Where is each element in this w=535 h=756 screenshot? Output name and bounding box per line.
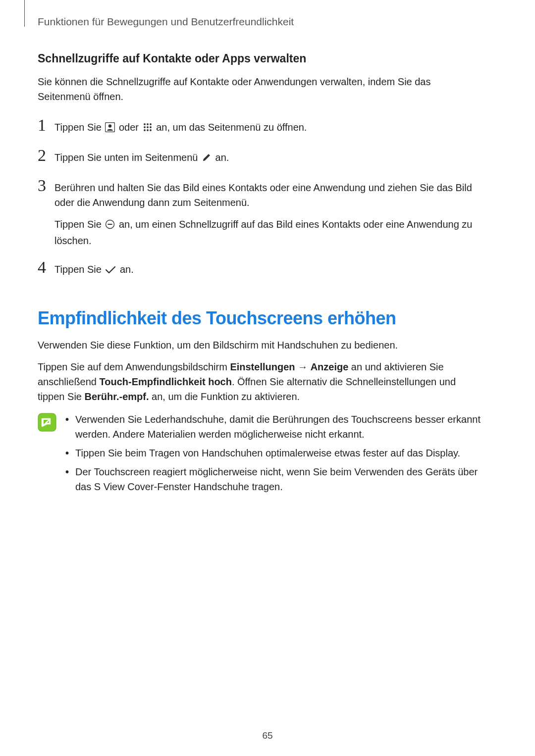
section-title: Empfindlichkeit des Touchscreens erhöhen [38, 308, 483, 329]
step-text: Tippen Sie unten im Seitenmenü [54, 152, 201, 163]
body-paragraph: Verwenden Sie diese Funktion, um den Bil… [38, 338, 483, 353]
step-text: Tippen Sie [54, 122, 104, 133]
bullet: • [65, 446, 75, 460]
body-text: Tippen Sie auf dem Anwendungsbildschirm [38, 361, 230, 372]
note-item: • Der Touchscreen reagiert möglicherweis… [65, 464, 483, 494]
note-text: Der Touchscreen reagiert möglicherweise … [75, 464, 483, 494]
note-item: • Verwenden Sie Lederhandschuhe, damit d… [65, 412, 483, 442]
svg-rect-12 [108, 224, 112, 225]
svg-point-10 [150, 129, 152, 131]
step-text: an, um das Seitenmenü zu öffnen. [154, 122, 307, 133]
check-icon [105, 263, 116, 278]
grid-icon [143, 121, 153, 136]
svg-point-6 [147, 126, 149, 128]
note-icon-column [38, 412, 65, 434]
step-text: Tippen Sie [54, 219, 104, 230]
note-item: • Tippen Sie beim Tragen von Handschuhen… [65, 446, 483, 460]
step-body: Tippen Sie unten im Seitenmenü an. [54, 147, 483, 166]
step-4: 4 Tippen Sie an. [38, 259, 483, 278]
ui-path-bold: Touch-Empfindlichkeit hoch [100, 376, 232, 387]
svg-point-7 [150, 126, 152, 128]
svg-point-3 [147, 123, 149, 125]
note-text: Tippen Sie beim Tragen von Handschuhen o… [75, 446, 483, 460]
page: Funktionen für Bewegungen und Benutzerfr… [0, 0, 535, 756]
ui-path-bold: Einstellungen [230, 361, 295, 372]
body-paragraph: Tippen Sie auf dem Anwendungsbildschirm … [38, 359, 483, 404]
svg-point-4 [150, 123, 152, 125]
ui-path-bold: Berühr.-empf. [85, 391, 149, 402]
step-text: Tippen Sie [54, 264, 104, 275]
svg-point-1 [108, 124, 111, 127]
svg-point-9 [147, 129, 149, 131]
step-2: 2 Tippen Sie unten im Seitenmenü an. [38, 147, 483, 166]
pencil-icon [202, 151, 212, 166]
content-area: Schnellzugriffe auf Kontakte oder Apps v… [38, 52, 483, 498]
step-text: an, um einen Schnellzugriff auf das Bild… [54, 219, 472, 246]
arrow-separator: → [295, 361, 311, 372]
delete-circle-icon [105, 218, 115, 233]
body-text: an, um die Funktion zu aktivieren. [149, 391, 300, 402]
step-number: 2 [38, 147, 54, 164]
ui-path-bold: Anzeige [311, 361, 349, 372]
step-3: 3 Berühren und halten Sie das Bild eines… [38, 177, 483, 248]
bullet: • [65, 412, 75, 427]
step-text: oder [116, 122, 141, 133]
corner-rule [24, 0, 25, 27]
chapter-title: Funktionen für Bewegungen und Benutzerfr… [38, 16, 294, 28]
step-number: 3 [38, 177, 54, 194]
note-text: Verwenden Sie Lederhandschuhe, damit die… [75, 412, 483, 442]
page-number: 65 [0, 730, 535, 741]
step-1: 1 Tippen Sie oder an, um das Seitenmenü … [38, 117, 483, 136]
svg-point-2 [144, 123, 146, 125]
bullet: • [65, 464, 75, 479]
note-list: • Verwenden Sie Lederhandschuhe, damit d… [65, 412, 483, 498]
step-body: Tippen Sie oder an, um das Seitenmenü zu… [54, 117, 483, 136]
step-text: an. [213, 152, 229, 163]
note-icon [38, 425, 56, 433]
note-block: • Verwenden Sie Lederhandschuhe, damit d… [38, 412, 483, 498]
step-body: Berühren und halten Sie das Bild eines K… [54, 177, 483, 248]
subheading: Schnellzugriffe auf Kontakte oder Apps v… [38, 52, 483, 65]
step-text: an. [117, 264, 133, 275]
svg-point-8 [144, 129, 146, 131]
step-number: 4 [38, 259, 54, 276]
step-number: 1 [38, 117, 54, 134]
step-text: Berühren und halten Sie das Bild eines K… [54, 180, 483, 210]
svg-point-5 [144, 126, 146, 128]
intro-paragraph: Sie können die Schnellzugriffe auf Konta… [38, 74, 483, 104]
step-body: Tippen Sie an. [54, 259, 483, 278]
contact-icon [105, 121, 115, 136]
